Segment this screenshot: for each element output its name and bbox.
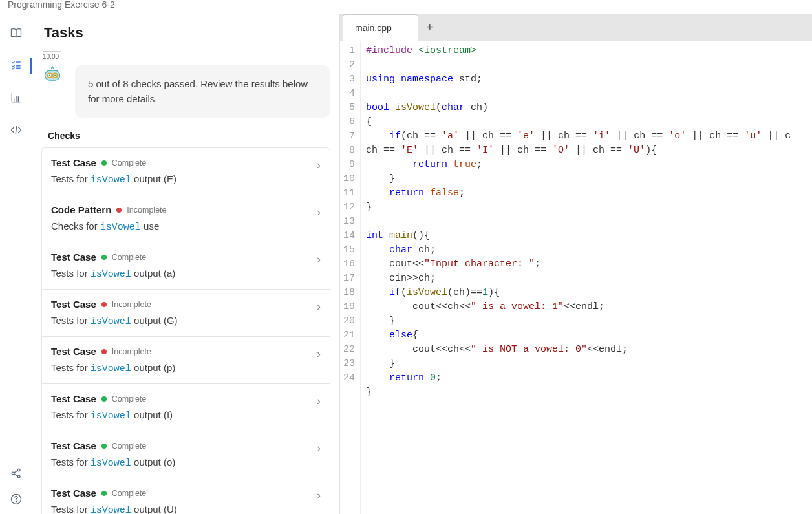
line-number: 21: [343, 328, 355, 343]
tasks-heading: Tasks: [32, 14, 339, 48]
check-title: Code Pattern: [51, 204, 111, 215]
file-tab-main[interactable]: main.cpp: [343, 14, 418, 41]
line-number: 20: [343, 314, 355, 328]
line-number: 17: [343, 272, 355, 286]
check-title: Test Case: [51, 157, 96, 168]
check-description: Tests for isVowel output (U): [51, 504, 321, 514]
code-content[interactable]: #include <iostream>using namespace std;b…: [361, 41, 796, 514]
chart-icon[interactable]: [9, 91, 23, 105]
chevron-right-icon: ›: [317, 489, 321, 502]
check-status: Complete: [112, 442, 147, 451]
check-description: Tests for isVowel output (I): [51, 409, 321, 422]
status-dot-fail-icon: [102, 302, 107, 307]
line-number: 18: [343, 286, 355, 300]
status-dot-pass-icon: [102, 160, 107, 166]
check-title: Test Case: [51, 299, 96, 310]
line-number: 12: [343, 200, 355, 215]
check-description: Tests for isVowel output (a): [51, 268, 321, 280]
svg-point-4: [16, 502, 16, 502]
add-tab-button[interactable]: +: [418, 14, 442, 41]
checks-label: Checks: [48, 131, 330, 141]
svg-point-1: [17, 469, 20, 471]
share-icon[interactable]: [9, 466, 23, 480]
check-item[interactable]: Test CaseCompleteTests for isVowel outpu…: [42, 148, 330, 195]
line-number: 6: [343, 115, 355, 129]
chevron-right-icon: ›: [317, 206, 321, 219]
book-icon[interactable]: [9, 26, 23, 40]
rail-active-indicator: [30, 58, 32, 74]
chevron-right-icon: ›: [317, 347, 321, 361]
line-number: 15: [343, 243, 355, 257]
bot-feedback: 5 out of 8 checks passed. Review the res…: [41, 65, 330, 118]
checklist-icon[interactable]: [9, 58, 23, 72]
bot-avatar-icon: [41, 65, 63, 83]
line-number: 3: [343, 72, 355, 87]
status-dot-fail-icon: [102, 349, 107, 354]
check-status: Incomplete: [127, 206, 166, 215]
help-icon[interactable]: [9, 492, 23, 506]
editor-area: main.cpp + 12345678910111213141516171819…: [340, 14, 812, 514]
line-number: 11: [343, 186, 355, 200]
main-layout: Tasks 10.00 5 out of 8 checks passed. Re…: [0, 14, 812, 514]
check-item[interactable]: Test CaseCompleteTests for isVowel outpu…: [42, 478, 330, 514]
status-dot-pass-icon: [102, 255, 107, 260]
check-item[interactable]: Test CaseCompleteTests for isVowel outpu…: [42, 242, 330, 290]
check-item[interactable]: Code PatternIncompleteChecks for isVowel…: [42, 195, 330, 242]
line-number: 13: [343, 215, 355, 229]
check-status: Complete: [112, 394, 147, 403]
tasks-panel: Tasks 10.00 5 out of 8 checks passed. Re…: [32, 14, 340, 514]
check-status: Incomplete: [112, 300, 151, 309]
check-description: Tests for isVowel output (G): [51, 315, 321, 327]
line-number: 22: [343, 343, 355, 357]
tasks-scroll[interactable]: 10.00 5 out of 8 checks passed. Review t…: [32, 48, 339, 514]
line-number: 2: [343, 58, 355, 72]
line-number: 8: [343, 144, 355, 158]
check-status: Complete: [112, 253, 147, 262]
chevron-right-icon: ›: [317, 394, 321, 408]
line-number: 23: [343, 357, 355, 371]
line-number: 24: [343, 371, 355, 385]
code-icon[interactable]: [9, 123, 23, 137]
chevron-right-icon: ›: [317, 442, 321, 455]
chevron-right-icon: ›: [317, 253, 321, 266]
bot-message: 5 out of 8 checks passed. Review the res…: [75, 65, 330, 118]
line-number: 16: [343, 257, 355, 272]
check-title: Test Case: [51, 252, 96, 262]
chevron-right-icon: ›: [317, 300, 321, 314]
svg-point-0: [12, 472, 14, 475]
line-number: 4: [343, 87, 355, 101]
check-title: Test Case: [51, 393, 96, 404]
check-item[interactable]: Test CaseIncompleteTests for isVowel out…: [42, 337, 330, 384]
svg-point-9: [54, 74, 56, 76]
check-item[interactable]: Test CaseCompleteTests for isVowel outpu…: [42, 431, 330, 478]
line-number: 1: [343, 44, 355, 58]
check-list: Test CaseCompleteTests for isVowel outpu…: [41, 147, 330, 514]
status-dot-fail-icon: [116, 208, 122, 213]
svg-point-8: [49, 74, 50, 76]
line-number: 5: [343, 101, 355, 115]
check-title: Test Case: [51, 346, 96, 357]
check-title: Test Case: [51, 487, 96, 498]
code-editor[interactable]: 123456789101112131415161718192021222324 …: [340, 41, 812, 514]
line-number: 19: [343, 300, 355, 314]
line-number: 9: [343, 158, 355, 172]
page-title: Programming Exercise 6-2: [0, 0, 812, 14]
line-number: 10: [343, 172, 355, 186]
score-badge: 10.00: [43, 51, 61, 60]
check-description: Tests for isVowel output (E): [51, 173, 321, 186]
check-item[interactable]: Test CaseCompleteTests for isVowel outpu…: [42, 384, 330, 431]
check-description: Tests for isVowel output (o): [51, 456, 321, 469]
tab-bar: main.cpp +: [340, 14, 812, 41]
check-status: Complete: [112, 489, 147, 498]
check-item[interactable]: Test CaseIncompleteTests for isVowel out…: [42, 290, 330, 337]
status-dot-pass-icon: [102, 396, 107, 402]
line-number: 14: [343, 229, 355, 243]
chevron-right-icon: ›: [317, 158, 321, 172]
check-status: Complete: [112, 158, 147, 167]
check-status: Incomplete: [112, 347, 151, 356]
check-description: Checks for isVowel use: [51, 220, 321, 233]
icon-rail: [0, 14, 32, 514]
line-number: 7: [343, 129, 355, 144]
status-dot-pass-icon: [102, 491, 107, 496]
check-description: Tests for isVowel output (p): [51, 362, 321, 374]
